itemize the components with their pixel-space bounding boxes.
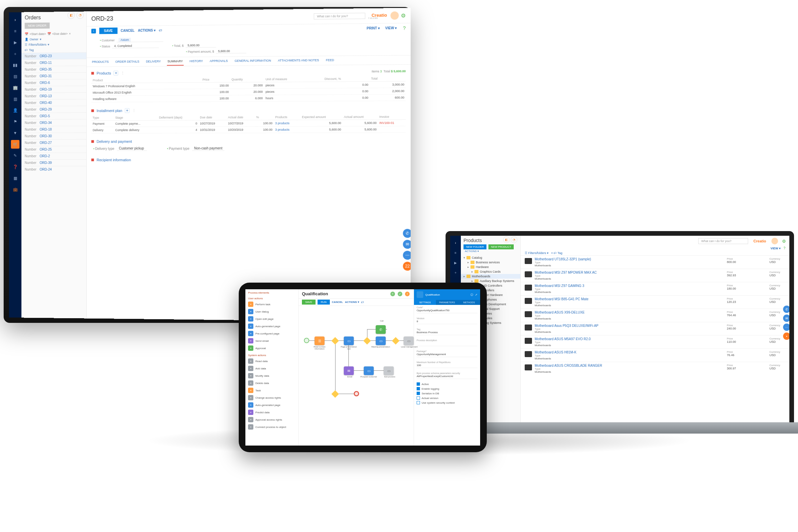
collapse-icon[interactable]: › — [452, 239, 459, 246]
palette-item[interactable]: ▪Change access rights — [245, 394, 298, 401]
palette-item[interactable]: ▪Auto-generated page — [245, 323, 298, 330]
mail-icon[interactable]: ✉ — [403, 240, 411, 249]
play-icon[interactable]: ▶ — [11, 38, 20, 47]
new-order-button[interactable]: NEW ORDER — [25, 23, 50, 29]
info-icon[interactable]: ⓘ — [471, 293, 473, 297]
help-icon[interactable]: ❓ — [11, 163, 20, 171]
lead-node[interactable]: ▭ — [404, 337, 414, 345]
menu-icon[interactable]: ≡ — [452, 249, 459, 256]
tab-parameters[interactable]: PARAMETERS — [436, 300, 458, 305]
tab-products[interactable]: PRODUCTS — [92, 58, 109, 66]
installment-section[interactable]: Installment plan — [97, 109, 122, 113]
tab-history[interactable]: HISTORY — [189, 57, 204, 65]
order-row[interactable]: NumberORD-40 — [21, 99, 86, 106]
gateway[interactable] — [331, 337, 339, 345]
pie-toggle-icon[interactable]: ◔ — [76, 12, 84, 19]
meeting-node[interactable]: ▭ — [376, 337, 386, 345]
expand-icon[interactable]: ⤢ — [475, 293, 477, 296]
products-section[interactable]: Products — [97, 71, 111, 75]
order-row[interactable]: NumberORD-19 — [21, 86, 86, 93]
palette-item[interactable]: ▪Add data — [245, 365, 298, 372]
view-dropdown[interactable]: VIEW ▾ — [771, 247, 781, 250]
order-row[interactable]: NumberORD-2 — [21, 153, 86, 159]
plus-icon[interactable]: ＋ — [11, 50, 20, 58]
checkbox[interactable]: Active — [414, 382, 480, 386]
order-row[interactable]: NumberORD-31 — [21, 72, 86, 79]
ok-icon[interactable]: ✓ — [398, 291, 402, 296]
recipient-section[interactable]: Recipient information — [97, 158, 131, 162]
chart-toggle-icon[interactable]: ◧ — [68, 12, 75, 19]
add-icon[interactable]: + — [391, 291, 395, 296]
order-row[interactable]: NumberORD-24 — [21, 166, 86, 173]
warn-icon[interactable]: ! — [405, 291, 410, 296]
order-row[interactable]: NumberORD-6 — [21, 79, 86, 86]
palette-item[interactable]: ▪Delete data — [245, 379, 298, 387]
product-row[interactable]: Motherboard ASUS H81M-K Type Motherboard… — [521, 348, 790, 362]
doc-icon[interactable]: ▤ — [11, 72, 20, 81]
palette-item[interactable]: ▪Read data — [245, 358, 298, 365]
palette-item[interactable]: ▪Open edit page — [245, 315, 298, 323]
product-row[interactable]: Motherboard MSI Z97 GAMING 3 Type Mother… — [521, 282, 790, 295]
help-icon[interactable]: ? — [783, 246, 785, 250]
tree-node[interactable]: ▸Business services — [463, 260, 520, 265]
gear-icon[interactable]: ⚙ — [782, 239, 786, 244]
product-row[interactable]: Motherboard ASUS M5A97 EVO R2.0 Type Mot… — [521, 335, 790, 348]
gateway[interactable] — [363, 337, 371, 345]
new-product-button[interactable]: NEW PRODUCT — [489, 244, 514, 249]
product-row[interactable]: Installing software100.006.000hours0.006… — [92, 94, 406, 102]
book-icon[interactable]: ▥ — [11, 95, 20, 103]
tag-filter[interactable]: 🏷 Tag — [21, 47, 86, 53]
note-icon[interactable]: ✎ — [11, 151, 20, 160]
order-row[interactable]: NumberORD-29 — [21, 106, 86, 113]
tree-node[interactable]: ▸Hardware — [463, 265, 520, 269]
tab-settings[interactable]: SETTINGS — [414, 300, 436, 305]
help-icon[interactable]: ? — [403, 25, 406, 31]
print-dropdown[interactable]: PRINT ▾ — [367, 26, 380, 30]
add-installment-icon[interactable]: + — [125, 108, 129, 113]
checkbox[interactable]: Actual version — [414, 396, 480, 400]
add-product-icon[interactable]: + — [114, 71, 118, 75]
plus-icon[interactable]: ＋ — [452, 269, 459, 276]
checkbox[interactable]: Use system security context — [414, 400, 480, 405]
folders-filter[interactable]: ☰ Filters/folders ▾ — [21, 41, 86, 48]
notification-icon[interactable]: 22 — [403, 262, 411, 271]
cart-icon[interactable]: 🛒 — [11, 140, 20, 149]
pie-toggle-icon[interactable]: ◔ — [511, 236, 517, 243]
sheet-icon[interactable]: ▦ — [11, 174, 20, 183]
palette-item[interactable]: ▪Send email — [245, 337, 298, 344]
notification-icon[interactable]: • — [783, 332, 790, 340]
tab-summary[interactable]: SUMMARY — [167, 58, 184, 66]
phone-icon[interactable]: ✆ — [783, 306, 790, 313]
delivery-section[interactable]: Delivery and payment — [97, 139, 132, 143]
palette-item[interactable]: ▪User dialog — [245, 308, 298, 315]
prospect-node[interactable]: ▭ — [364, 366, 374, 375]
palette-item[interactable]: ▪Pre-configured page — [245, 330, 298, 337]
order-row[interactable]: NumberORD-34 — [21, 119, 86, 126]
funnel-icon[interactable]: ▼ — [11, 129, 20, 137]
user-icon[interactable]: 👤 — [11, 106, 20, 115]
order-row[interactable]: NumberORD-13 — [21, 92, 86, 99]
collapse-icon[interactable]: › — [11, 16, 20, 24]
gateway[interactable] — [331, 391, 339, 398]
actions-dropdown[interactable]: ACTIONS ▾ — [465, 250, 479, 253]
tree-node[interactable]: ▾Catalog — [463, 255, 520, 260]
view-dropdown[interactable]: VIEW ▾ — [385, 26, 397, 30]
page-node[interactable]: ▭ — [344, 337, 354, 345]
tab-feed[interactable]: FEED — [325, 56, 335, 64]
avatar[interactable] — [391, 11, 399, 20]
order-row[interactable]: NumberORD-27 — [21, 139, 86, 146]
building-icon[interactable]: 🏢 — [11, 83, 20, 92]
order-row[interactable]: NumberORD-39 — [21, 159, 86, 166]
phone-icon[interactable]: ✆ — [403, 229, 411, 238]
task-node[interactable]: ☰ — [315, 337, 324, 345]
product-row[interactable]: Motherboard MSI Z97 MPOWER MAX AC Type M… — [521, 269, 790, 282]
palette-item[interactable]: ▪Approval access rights — [245, 416, 298, 423]
palette-item[interactable]: ▪Auto-generated page — [245, 401, 298, 408]
palette-item[interactable]: ▪Connect process to object — [245, 423, 298, 431]
global-search[interactable]: What can I do for you? — [698, 238, 748, 244]
order-row[interactable]: NumberORD-5 — [21, 112, 86, 119]
products-menu-icon[interactable]: ⋮ — [121, 71, 125, 75]
feed-icon[interactable]: ⋯ — [403, 251, 411, 260]
end-event[interactable] — [354, 391, 359, 396]
installment-menu-icon[interactable]: ⋮ — [132, 108, 137, 113]
